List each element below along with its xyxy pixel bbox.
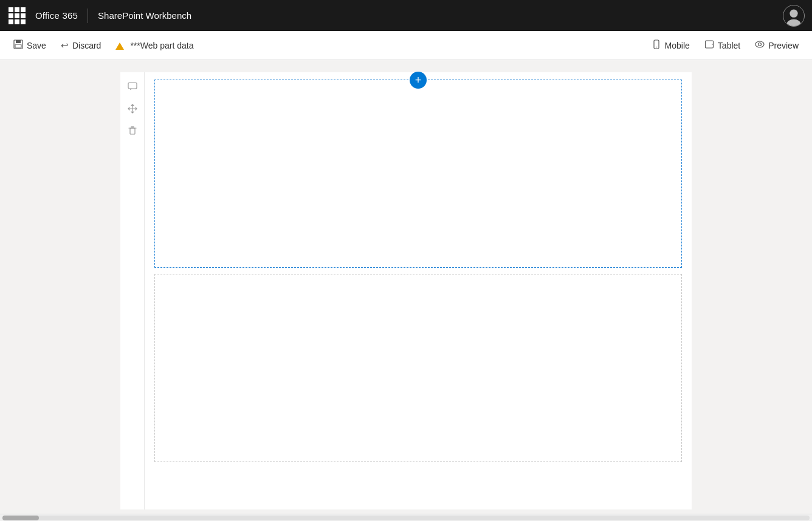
webpart-data-label: ***Web part data [130, 41, 193, 50]
delete-tool[interactable] [123, 121, 142, 140]
svg-marker-12 [130, 89, 132, 90]
page-title: SharePoint Workbench [98, 10, 191, 21]
waffle-icon [9, 7, 26, 24]
save-button[interactable]: Save [7, 36, 52, 55]
title-divider [88, 9, 88, 23]
mobile-button[interactable]: Mobile [645, 36, 696, 55]
toolbar: Save ↩ Discard ***Web part data Mobile [0, 31, 812, 60]
svg-point-9 [755, 41, 764, 47]
preview-button[interactable]: Preview [749, 36, 805, 55]
discard-label: Discard [72, 41, 101, 50]
scrollbar-track[interactable] [2, 516, 810, 520]
mobile-icon [652, 39, 661, 51]
save-icon [13, 39, 23, 51]
top-bar: Office 365 SharePoint Workbench [0, 0, 812, 31]
svg-point-1 [787, 19, 801, 26]
svg-rect-13 [130, 128, 135, 134]
canvas-page: + [120, 72, 692, 509]
add-webpart-button[interactable]: + [410, 72, 427, 89]
svg-rect-4 [15, 44, 21, 48]
svg-point-10 [759, 43, 762, 46]
avatar[interactable] [783, 5, 805, 27]
canvas-sidebar [120, 72, 145, 509]
warning-icon [115, 41, 126, 50]
waffle-button[interactable] [7, 6, 27, 26]
discard-button[interactable]: ↩ Discard [55, 36, 107, 55]
mobile-label: Mobile [665, 41, 690, 50]
svg-rect-3 [16, 40, 21, 43]
tablet-label: Tablet [718, 41, 740, 50]
bottom-scrollbar[interactable] [0, 514, 812, 521]
avatar-icon [783, 5, 804, 27]
webpart-data-button[interactable]: ***Web part data [109, 37, 199, 54]
move-tool[interactable] [123, 99, 142, 118]
tablet-button[interactable]: Tablet [698, 36, 746, 55]
svg-rect-11 [128, 83, 137, 89]
comment-tool[interactable] [123, 77, 142, 97]
save-label: Save [27, 41, 46, 50]
svg-point-8 [712, 44, 713, 45]
canvas-content: + [145, 72, 692, 509]
scrollbar-thumb[interactable] [2, 516, 39, 520]
preview-label: Preview [768, 41, 799, 50]
plus-icon: + [415, 75, 422, 86]
svg-point-6 [656, 47, 657, 48]
preview-icon [755, 39, 765, 51]
main-area: + [0, 60, 812, 521]
zone-2 [154, 274, 682, 462]
zone-1: + [154, 80, 682, 268]
discard-icon: ↩ [61, 40, 69, 51]
tablet-icon [704, 39, 714, 51]
svg-point-0 [790, 9, 797, 17]
app-name: Office 365 [35, 10, 78, 21]
canvas-wrapper[interactable]: + [0, 60, 812, 521]
